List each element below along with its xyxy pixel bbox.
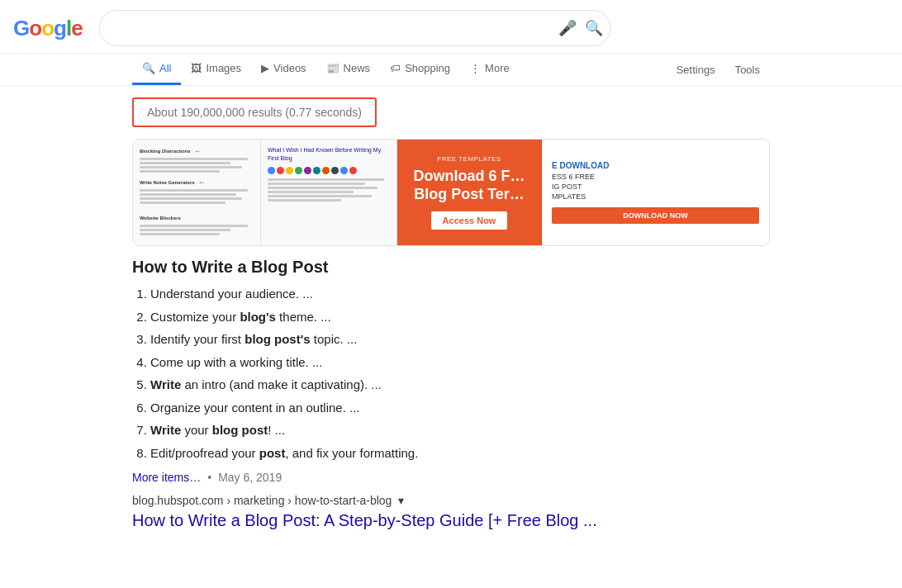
tab-videos-label: Videos (273, 62, 306, 74)
news-icon: 📰 (326, 62, 339, 74)
results-time: (0.77 seconds) (285, 106, 362, 119)
list-item-5-text-after: an intro (and make it captivating). ... (181, 377, 382, 391)
far-right-panel: E DOWNLOAD ESS 6 FREE IG POST MPLATES DO… (542, 140, 769, 245)
source-url-text: blog.hubspot.com › marketing › how-to-st… (132, 494, 392, 507)
search-input-icons: 🎤 🔍 (558, 19, 603, 37)
results-info-wrapper: About 190,000,000 results (0.77 seconds) (0, 86, 902, 132)
list-item-7-text-after2: ! ... (268, 423, 285, 437)
far-sub2: IG POST (552, 183, 759, 191)
blocking-heading: Blocking Distractions (140, 149, 191, 154)
more-dots-icon: ⋮ (470, 62, 481, 74)
color-dots-row (268, 167, 390, 174)
settings-label: Settings (676, 64, 715, 76)
list-item-3: Identify your first blog post's topic. .… (150, 330, 770, 349)
nav-tools[interactable]: Tools (725, 55, 770, 84)
red-arrow-2: ← (198, 178, 207, 187)
access-now-button[interactable]: Access Now (431, 211, 508, 230)
list-item-3-text-before: Identify your first (150, 332, 244, 346)
doc-section-1: Blocking Distractions ← (140, 146, 254, 173)
blockers-heading: Website Blockers (140, 216, 181, 220)
list-item-8-bold: post (259, 446, 286, 460)
list-item-3-text-after: topic. ... (311, 332, 358, 346)
list-item-1: Understand your audience. ... (150, 285, 770, 304)
tab-news[interactable]: 📰 News (316, 54, 381, 85)
more-items-row: More items… • May 6, 2019 (132, 471, 770, 484)
list-item-8-text-before: Edit/proofread your (150, 446, 259, 460)
list-item-5: Write an intro (and make it captivating)… (150, 376, 770, 395)
bullet-separator: • (207, 471, 211, 484)
tab-all[interactable]: 🔍 All (132, 54, 181, 85)
all-icon: 🔍 (142, 62, 155, 74)
list-item-7: Write your blog post! ... (150, 421, 770, 440)
list-item-5-bold: Write (150, 377, 181, 391)
list-item-8-text-after: , and fix your formatting. (285, 446, 418, 460)
result-title[interactable]: How to Write a Blog Post: A Step-by-Step… (132, 510, 770, 531)
orange-cta-panel: FREE TEMPLATES Download 6 F… Blog Post T… (397, 140, 542, 245)
tab-images[interactable]: 🖼 Images (181, 54, 251, 85)
mid-title: What I Wish I Had Known Before Writing M… (268, 146, 390, 163)
far-sub1: ESS 6 FREE (552, 173, 759, 181)
download-now-button[interactable]: DOWNLOAD NOW (552, 207, 759, 224)
shopping-icon: 🏷 (390, 62, 401, 74)
videos-icon: ▶ (261, 62, 269, 74)
list-item-4-text: Come up with a working title. ... (150, 355, 322, 369)
search-button-icon[interactable]: 🔍 (585, 19, 603, 37)
featured-image-strip: Blocking Distractions ← Write Noise Gene… (132, 139, 770, 246)
list-item-6-text: Organize your content in an outline. ... (150, 401, 359, 415)
list-item-2: Customize your blog's theme. ... (150, 308, 770, 327)
images-icon: 🖼 (191, 62, 202, 74)
nav-settings[interactable]: Settings (667, 55, 725, 84)
doc-lines-1 (140, 158, 254, 173)
list-item-7-bold2: blog post (212, 423, 268, 437)
doc-lines-3 (140, 225, 254, 235)
doc-panel-mid: What I Wish I Had Known Before Writing M… (261, 140, 397, 245)
tools-label: Tools (735, 64, 760, 76)
results-count: About 190,000,000 results (147, 106, 282, 119)
nav-tabs: 🔍 All 🖼 Images ▶ Videos 📰 News 🏷 Shoppin… (0, 54, 902, 86)
list-item-2-text-after: theme. ... (276, 310, 331, 324)
list-item-2-text-before: Customize your (150, 310, 240, 324)
tab-videos[interactable]: ▶ Videos (251, 54, 316, 85)
tab-images-label: Images (206, 62, 241, 74)
doc-lines-2 (140, 189, 254, 204)
list-item-4: Come up with a working title. ... (150, 353, 770, 372)
search-input[interactable]: how to write effective blog posts (99, 10, 611, 46)
search-bar-wrapper: how to write effective blog posts 🎤 🔍 (99, 10, 611, 46)
mid-lines (268, 178, 390, 202)
results-info-box: About 190,000,000 results (0.77 seconds) (132, 97, 377, 127)
list-item-1-text: Understand your audience. ... (150, 287, 313, 301)
list-item-7-bold: Write (150, 423, 181, 437)
source-dropdown-arrow[interactable]: ▾ (398, 494, 404, 507)
snippet-list: Understand your audience. ... Customize … (150, 285, 770, 462)
list-item-7-text-after: your (181, 423, 212, 437)
tab-shopping[interactable]: 🏷 Shopping (380, 54, 460, 85)
main-content: Blocking Distractions ← Write Noise Gene… (0, 132, 902, 544)
orange-label: FREE TEMPLATES (437, 155, 501, 163)
more-items-link[interactable]: More items… (132, 471, 201, 484)
list-item-8: Edit/proofread your post, and fix your f… (150, 444, 770, 463)
tab-shopping-label: Shopping (405, 62, 450, 74)
snippet-title: How to Write a Blog Post (132, 258, 770, 277)
list-item-3-bold: blog post's (244, 332, 310, 346)
doc-panel-left: Blocking Distractions ← Write Noise Gene… (133, 140, 261, 245)
red-arrow-1: ← (194, 146, 202, 155)
tab-all-label: All (159, 62, 171, 74)
mic-icon[interactable]: 🎤 (558, 19, 577, 37)
list-item-6: Organize your content in an outline. ... (150, 399, 770, 418)
noise-heading: Write Noise Generators (140, 180, 195, 185)
google-logo: Google (13, 17, 83, 39)
doc-section-3: Website Blockers (140, 209, 254, 235)
list-item-2-bold: blog's (240, 310, 276, 324)
snippet-date: May 6, 2019 (218, 471, 282, 484)
far-sub3: MPLATES (552, 192, 759, 201)
tab-more[interactable]: ⋮ More (460, 54, 520, 85)
header: Google how to write effective blog posts… (0, 0, 902, 54)
doc-section-2: Write Noise Generators ← (140, 178, 254, 204)
tab-more-label: More (485, 62, 510, 74)
orange-title: Download 6 F… Blog Post Ter… (406, 168, 533, 203)
far-title: E DOWNLOAD (552, 161, 759, 170)
source-url-row: blog.hubspot.com › marketing › how-to-st… (132, 494, 770, 507)
tab-news-label: News (344, 62, 371, 74)
